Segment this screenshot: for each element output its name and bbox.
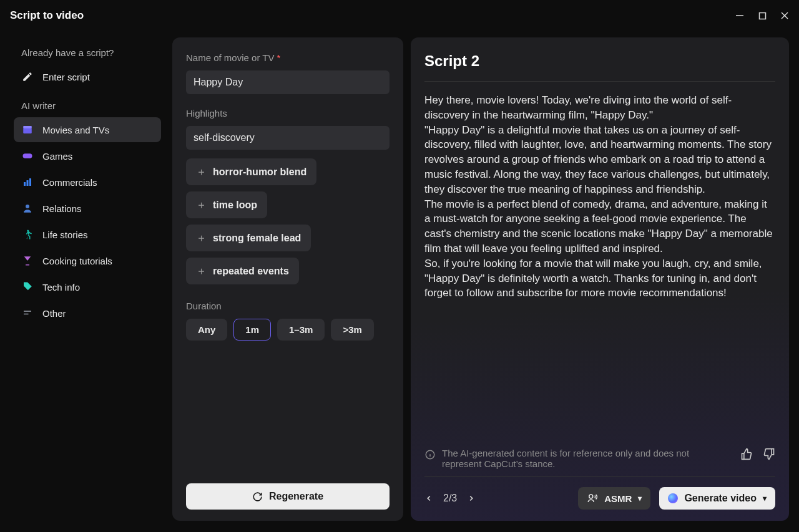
voice-icon: [587, 493, 598, 504]
sidebar-item-label: Tech info: [42, 282, 80, 293]
close-icon[interactable]: [780, 11, 789, 20]
chip-label: time loop: [213, 200, 257, 211]
chip-horror-humor[interactable]: ＋horror-humor blend: [186, 158, 316, 185]
svg-rect-1: [759, 12, 765, 19]
disclaimer-text: The AI-generated content is for referenc…: [442, 448, 704, 469]
chip-strong-female-lead[interactable]: ＋strong female lead: [186, 225, 311, 251]
window-controls: [735, 11, 789, 20]
svg-rect-8: [27, 180, 29, 186]
sidebar-item-label: Relations: [42, 203, 82, 214]
sidebar-item-label: Cooking tutorials: [42, 256, 112, 266]
form-panel: Name of movie or TV * Highlights ＋horror…: [172, 37, 403, 521]
chip-label: repeated events: [213, 266, 289, 277]
sidebar-item-movies-and-tvs[interactable]: Movies and TVs: [14, 117, 161, 142]
svg-rect-5: [23, 126, 32, 128]
sidebar-item-commercials[interactable]: Commercials: [14, 170, 161, 195]
sidebar-item-label: Life stories: [42, 230, 88, 240]
plus-icon: ＋: [196, 165, 207, 179]
duration-options: Any 1m 1–3m >3m: [186, 319, 390, 341]
minimize-icon[interactable]: [735, 11, 744, 20]
voice-label: ASMR: [604, 493, 632, 504]
button-label: Generate video: [684, 493, 757, 504]
duration-1-3m[interactable]: 1–3m: [277, 319, 325, 341]
plus-icon: ＋: [196, 264, 207, 278]
chart-icon: [21, 176, 34, 188]
tag-icon: [21, 281, 34, 293]
sidebar-item-label: Commercials: [42, 177, 97, 188]
clapper-icon: [21, 123, 34, 136]
duration-label: Duration: [186, 301, 390, 311]
highlights-label: Highlights: [186, 108, 390, 118]
chevron-down-icon: ▾: [638, 494, 642, 503]
plus-icon: ＋: [196, 198, 207, 212]
duration-any[interactable]: Any: [186, 319, 227, 341]
highlight-chips: ＋horror-humor blend ＋time loop ＋strong f…: [186, 158, 390, 284]
walking-icon: [21, 228, 34, 241]
feedback-row: [740, 448, 775, 462]
thumbs-up-icon[interactable]: [740, 448, 753, 462]
sidebar-heading-script: Already have a script?: [14, 42, 161, 63]
sidebar-item-tech-info[interactable]: Tech info: [14, 274, 161, 299]
script-body: Hey there, movie lovers! Today, we're di…: [424, 82, 775, 437]
chip-time-loop[interactable]: ＋time loop: [186, 191, 267, 218]
maximize-icon[interactable]: [758, 11, 767, 20]
sidebar-item-life-stories[interactable]: Life stories: [14, 222, 161, 247]
person-icon: [21, 202, 34, 215]
pager: 2/3: [424, 493, 476, 504]
chip-label: horror-humor blend: [213, 167, 306, 178]
script-panel: Script 2 Hey there, movie lovers! Today,…: [411, 37, 789, 521]
pencil-icon: [21, 70, 34, 83]
bottom-bar: 2/3 ASMR ▾ Generate video ▾: [424, 477, 775, 510]
svg-rect-9: [29, 178, 31, 186]
regenerate-button[interactable]: Regenerate: [186, 483, 390, 510]
sidebar-item-other[interactable]: Other: [14, 301, 161, 326]
highlights-input[interactable]: [186, 126, 390, 150]
app-title: Script to video: [10, 9, 84, 22]
sidebar-item-label: Other: [42, 308, 66, 319]
chevron-down-icon: ▾: [763, 494, 767, 503]
sidebar-item-games[interactable]: Games: [14, 143, 161, 168]
script-title: Script 2: [424, 52, 775, 82]
pager-text: 2/3: [443, 493, 457, 504]
name-label: Name of movie or TV *: [186, 52, 390, 63]
svg-rect-6: [23, 153, 32, 158]
chevron-right-icon[interactable]: [467, 494, 476, 503]
duration-gt3m[interactable]: >3m: [331, 319, 373, 341]
sidebar-item-enter-script[interactable]: Enter script: [14, 64, 161, 89]
cocktail-icon: [21, 254, 34, 267]
sidebar: Already have a script? Enter script AI w…: [10, 37, 165, 521]
sidebar-heading-ai: AI writer: [14, 95, 161, 116]
chip-repeated-events[interactable]: ＋repeated events: [186, 258, 299, 284]
orb-icon: [668, 493, 678, 503]
plus-icon: ＋: [196, 231, 207, 245]
info-icon: [424, 449, 436, 460]
lines-icon: [21, 307, 34, 319]
svg-rect-7: [24, 182, 26, 186]
sidebar-item-label: Games: [42, 151, 72, 162]
thumbs-down-icon[interactable]: [763, 448, 775, 462]
generate-video-button[interactable]: Generate video ▾: [659, 487, 775, 510]
movie-name-input[interactable]: [186, 70, 390, 94]
gamepad-icon: [21, 150, 34, 162]
chevron-left-icon[interactable]: [424, 494, 433, 503]
svg-point-10: [26, 205, 29, 208]
sidebar-item-label: Movies and TVs: [42, 125, 109, 135]
sidebar-item-cooking-tutorials[interactable]: Cooking tutorials: [14, 248, 161, 273]
voice-select-button[interactable]: ASMR ▾: [578, 487, 650, 510]
sidebar-item-relations[interactable]: Relations: [14, 196, 161, 221]
refresh-icon: [252, 491, 263, 502]
chip-label: strong female lead: [213, 233, 301, 244]
svg-point-17: [589, 495, 593, 498]
titlebar: Script to video: [0, 0, 799, 31]
disclaimer-row: The AI-generated content is for referenc…: [424, 440, 775, 477]
button-label: Regenerate: [269, 491, 323, 502]
svg-rect-4: [23, 128, 32, 133]
sidebar-item-label: Enter script: [42, 72, 90, 82]
duration-1m[interactable]: 1m: [233, 319, 271, 341]
